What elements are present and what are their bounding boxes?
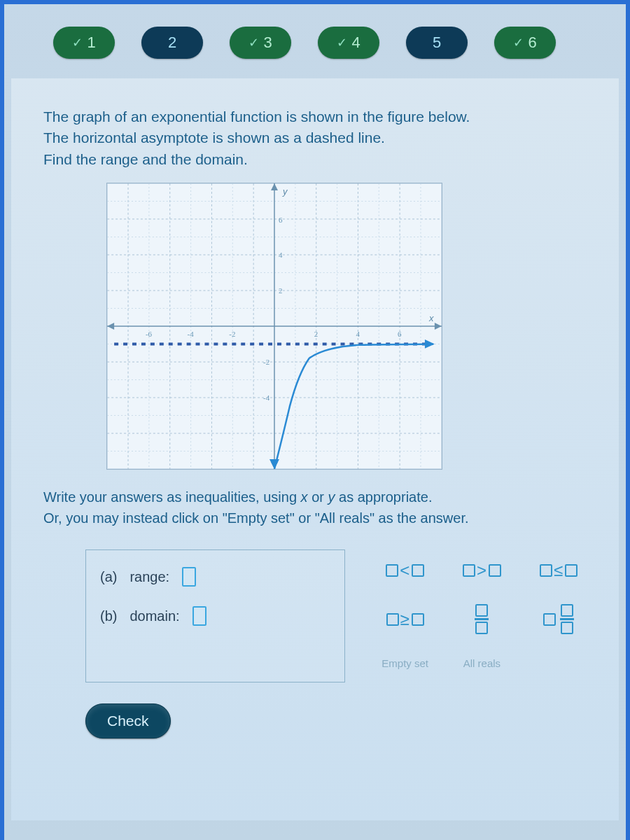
prompt-line: The graph of an exponential function is … xyxy=(43,106,598,127)
range-label: range: xyxy=(130,569,169,585)
less-equal-button[interactable]: ≤ xyxy=(540,561,578,580)
greater-than-button[interactable]: > xyxy=(463,561,501,580)
svg-marker-30 xyxy=(271,183,278,190)
part-label: (b) xyxy=(100,608,117,624)
graph: y x -6 -4 -2 2 4 6 6 4 2 -2 -4 xyxy=(106,183,442,470)
svg-text:-2: -2 xyxy=(229,330,235,338)
svg-text:-4: -4 xyxy=(263,394,270,402)
mixed-fraction-button[interactable] xyxy=(543,604,574,634)
progress-pill-1[interactable]: ✓ 1 xyxy=(53,27,115,59)
svg-text:6: 6 xyxy=(279,216,283,224)
instruction-text: Write your answers as inequalities, usin… xyxy=(43,486,598,528)
progress-bar: ✓ 1 2 ✓ 3 ✓ 4 5 ✓ 6 xyxy=(11,17,619,78)
domain-label: domain: xyxy=(130,608,179,624)
check-icon: ✓ xyxy=(513,35,524,50)
y-axis-label: y xyxy=(282,186,288,197)
check-button[interactable]: Check xyxy=(85,704,171,738)
progress-pill-3[interactable]: ✓ 3 xyxy=(230,27,291,59)
question-prompt: The graph of an exponential function is … xyxy=(43,106,598,170)
greater-equal-button[interactable]: ≥ xyxy=(386,610,424,629)
progress-pill-2[interactable]: 2 xyxy=(141,27,203,59)
svg-text:-2: -2 xyxy=(263,358,270,366)
progress-pill-5[interactable]: 5 xyxy=(406,27,468,59)
range-input[interactable] xyxy=(182,567,196,587)
range-row: (a) range: xyxy=(100,567,330,587)
question-panel: The graph of an exponential function is … xyxy=(11,78,619,820)
pill-number: 6 xyxy=(528,34,536,52)
check-icon: ✓ xyxy=(337,35,347,50)
app-frame: ✓ 1 2 ✓ 3 ✓ 4 5 ✓ 6 The graph of an expo… xyxy=(0,0,630,840)
svg-text:2: 2 xyxy=(279,287,282,295)
domain-input[interactable] xyxy=(192,606,206,626)
svg-text:-6: -6 xyxy=(146,330,153,338)
pill-number: 5 xyxy=(433,34,441,52)
exponential-curve xyxy=(274,344,433,469)
domain-row: (b) domain: xyxy=(100,606,330,626)
empty-set-button[interactable]: Empty set xyxy=(382,658,428,670)
pill-number: 4 xyxy=(351,34,360,52)
all-reals-button[interactable]: All reals xyxy=(463,658,500,670)
symbol-palette: < > ≤ ≥ Empty set All xyxy=(366,550,598,675)
svg-text:2: 2 xyxy=(314,330,318,338)
answers-row: (a) range: (b) domain: < > ≤ xyxy=(85,550,598,682)
less-than-button[interactable]: < xyxy=(386,561,424,580)
svg-marker-43 xyxy=(270,459,279,469)
fraction-button[interactable] xyxy=(475,604,489,634)
prompt-line: Find the range and the domain. xyxy=(43,149,598,170)
part-label: (a) xyxy=(100,569,117,585)
check-icon: ✓ xyxy=(72,35,83,50)
pill-number: 1 xyxy=(87,34,95,52)
svg-marker-28 xyxy=(435,323,442,330)
check-icon: ✓ xyxy=(248,35,259,50)
progress-pill-4[interactable]: ✓ 4 xyxy=(318,27,379,59)
svg-text:6: 6 xyxy=(398,330,402,338)
svg-text:4: 4 xyxy=(279,251,283,260)
svg-marker-29 xyxy=(107,323,114,330)
pill-number: 2 xyxy=(168,34,176,52)
graph-svg: y x -6 -4 -2 2 4 6 6 4 2 -2 -4 xyxy=(107,183,442,469)
answer-box: (a) range: (b) domain: xyxy=(85,550,345,682)
progress-pill-6[interactable]: ✓ 6 xyxy=(494,27,556,59)
svg-text:-4: -4 xyxy=(188,330,195,338)
pill-number: 3 xyxy=(263,34,272,52)
x-axis-label: x xyxy=(428,313,434,323)
prompt-line: The horizontal asymptote is shown as a d… xyxy=(43,127,598,148)
svg-text:4: 4 xyxy=(356,330,360,338)
